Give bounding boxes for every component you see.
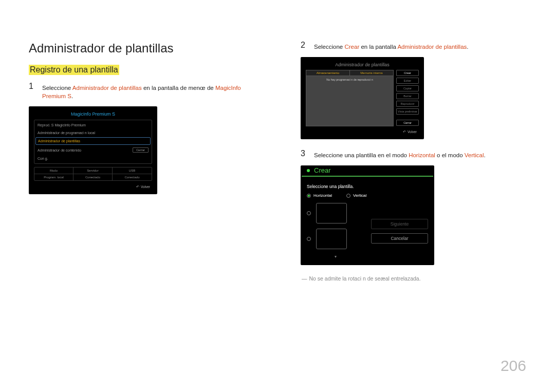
- step-3: 3 Seleccione una plantilla en el modo Ho…: [301, 150, 526, 159]
- menu-item: Administrador de contenido Cerrar: [34, 145, 152, 155]
- screenshot-create-template: Crear Seleccione una plantilla. Horizont…: [301, 165, 434, 265]
- menu-item: Con g.: [34, 155, 152, 162]
- step-number: 2: [301, 41, 307, 51]
- template-thumbnail: [316, 229, 347, 249]
- next-button: Siguiente: [371, 219, 428, 229]
- create-subtitle: Seleccione una plantilla.: [307, 184, 428, 189]
- status-grid: Modo Servidor USB Program. local Conecta…: [34, 167, 152, 181]
- copy-button: Copiar: [396, 85, 419, 91]
- menu-item-selected: Administrador de plantillas: [35, 137, 151, 145]
- step-number: 1: [29, 82, 35, 100]
- close-button: Cerrar: [396, 120, 419, 126]
- right-column: 2 Seleccione Crear en la pantalla Admini…: [301, 41, 526, 282]
- step-text: Seleccione Administrador de plantillas e…: [42, 82, 254, 100]
- screenshot-template-manager: Administrador de plantillas Almacenamien…: [301, 57, 424, 139]
- play-button: Reproducir: [396, 101, 419, 107]
- step-2: 2 Seleccione Crear en la pantalla Admini…: [301, 41, 526, 51]
- template-option: [307, 229, 364, 249]
- footnote: ―No se admite la rotaci n de seæal entre…: [302, 275, 526, 282]
- panel2-content-area: Almacenamiento Memoria interna No hay pr…: [306, 70, 394, 126]
- storage-tab: Almacenamiento: [306, 70, 350, 76]
- page-number: 206: [501, 357, 526, 375]
- radio-horizontal: Horizontal: [307, 193, 332, 198]
- return-label: Volver: [306, 129, 419, 134]
- cancel-button: Cancelar: [371, 233, 428, 244]
- panel2-title: Administrador de plantillas: [306, 62, 419, 67]
- menu-item: Reprod. S MagicInfo Premium: [34, 121, 152, 129]
- left-column: Administrador de plantillas Registro de …: [29, 41, 254, 282]
- section-heading: Registro de una plantilla: [29, 65, 119, 75]
- screenshot-magicinfo-menu: MagicInfo Premium S Reprod. S MagicInfo …: [29, 106, 157, 194]
- radio-dot-icon: [307, 237, 311, 241]
- dash-icon: ―: [302, 275, 307, 282]
- empty-message: No hay programaci n de reproducci n: [306, 76, 393, 83]
- return-label: Volver: [34, 184, 152, 189]
- preview-button: Vista preliminar: [396, 108, 419, 115]
- radio-dot-icon: [346, 194, 350, 198]
- radio-vertical: Vertical: [346, 193, 366, 198]
- close-button: Cerrar: [133, 147, 149, 153]
- orientation-radios: Horizontal Vertical: [307, 193, 428, 198]
- template-option: [307, 203, 364, 223]
- internal-memory-tab: Memoria interna: [350, 70, 393, 76]
- chevron-down-icon: ▾: [307, 254, 364, 259]
- step-1: 1 Seleccione Administrador de plantillas…: [29, 82, 254, 100]
- radio-dot-icon: [307, 211, 311, 215]
- step-text: Seleccione Crear en la pantalla Administ…: [314, 41, 468, 51]
- panel1-menu-list: Reprod. S MagicInfo Premium Administrado…: [34, 120, 152, 164]
- delete-button: Borrar: [396, 93, 419, 99]
- panel2-sidebar: Crear Editar Copiar Borrar Reproducir Vi…: [396, 70, 419, 126]
- page-title: Administrador de plantillas: [29, 41, 254, 55]
- indicator-dot-icon: [307, 169, 310, 172]
- radio-dot-icon: [307, 194, 311, 198]
- create-button: Crear: [396, 70, 419, 76]
- template-thumbnail: [316, 203, 347, 223]
- menu-item: Administrador de programaci n local: [34, 129, 152, 137]
- step-number: 3: [301, 150, 307, 159]
- create-title: Crear: [314, 166, 331, 174]
- template-options: ▾: [307, 203, 364, 259]
- edit-button: Editar: [396, 78, 419, 84]
- panel1-title: MagicInfo Premium S: [34, 111, 152, 117]
- step-text: Seleccione una plantilla en el modo Hori…: [314, 150, 486, 159]
